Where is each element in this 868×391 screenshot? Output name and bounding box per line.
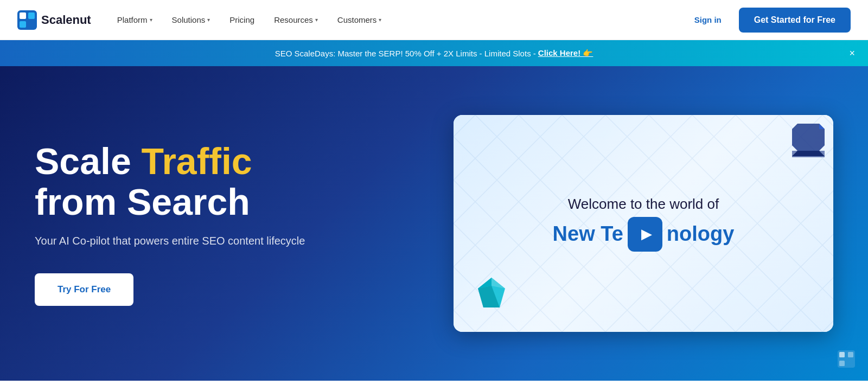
watermark-icon bbox=[838, 350, 855, 368]
banner-close-button[interactable]: × bbox=[849, 48, 855, 59]
video-welcome-text: Welcome to the world of bbox=[553, 196, 735, 213]
nav-item-solutions[interactable]: Solutions ▾ bbox=[163, 11, 219, 29]
svg-rect-3 bbox=[28, 12, 35, 19]
nav-item-resources[interactable]: Resources ▾ bbox=[265, 11, 327, 29]
try-for-free-button[interactable]: Try For Free bbox=[35, 273, 133, 306]
nav-item-pricing[interactable]: Pricing bbox=[221, 11, 263, 29]
banner-link[interactable]: Click Here! 👉 bbox=[538, 48, 593, 58]
hero-subtext: Your AI Co-pilot that powers entire SEO … bbox=[35, 235, 305, 247]
svg-rect-17 bbox=[848, 352, 853, 357]
tech-text-after: nology bbox=[667, 222, 735, 246]
logo-text: Scalenut bbox=[41, 13, 91, 27]
platform-chevron-icon: ▾ bbox=[150, 17, 152, 23]
nav-actions: Sign in Get Started for Free bbox=[686, 8, 851, 33]
hero-heading-line1: Scale bbox=[35, 140, 142, 182]
svg-marker-9 bbox=[792, 151, 825, 156]
resources-chevron-icon: ▾ bbox=[315, 17, 318, 23]
svg-rect-15 bbox=[839, 352, 845, 357]
nav-item-customers[interactable]: Customers ▾ bbox=[329, 11, 391, 29]
svg-rect-1 bbox=[20, 12, 26, 19]
decorative-gem bbox=[475, 278, 508, 310]
svg-marker-7 bbox=[819, 124, 825, 129]
video-content: Welcome to the world of New Te ▶ nology bbox=[553, 196, 735, 252]
nav-item-platform[interactable]: Platform ▾ bbox=[108, 11, 161, 29]
svg-rect-16 bbox=[839, 361, 845, 366]
tech-text-before: New Te bbox=[553, 222, 623, 246]
navbar: Scalenut Platform ▾ Solutions ▾ Pricing … bbox=[0, 0, 868, 40]
announcement-banner: SEO ScaleDays: Master the SERP! 50% Off … bbox=[0, 40, 868, 66]
play-icon: ▶ bbox=[641, 227, 651, 242]
hero-section: Scale Traffic from Search Your AI Co-pil… bbox=[0, 66, 868, 381]
hero-left: Scale Traffic from Search Your AI Co-pil… bbox=[35, 141, 305, 306]
logo-icon bbox=[17, 10, 37, 30]
hero-heading-line2: from Search bbox=[35, 181, 250, 222]
get-started-button[interactable]: Get Started for Free bbox=[739, 8, 851, 33]
watermark bbox=[838, 350, 855, 370]
play-button[interactable]: ▶ bbox=[628, 217, 662, 252]
customers-chevron-icon: ▾ bbox=[379, 17, 381, 23]
hero-heading-highlight: Traffic bbox=[142, 140, 252, 182]
sign-in-button[interactable]: Sign in bbox=[686, 11, 730, 29]
svg-rect-2 bbox=[20, 21, 26, 28]
hero-right: Welcome to the world of New Te ▶ nology bbox=[348, 115, 833, 332]
solutions-chevron-icon: ▾ bbox=[207, 17, 210, 23]
banner-text: SEO ScaleDays: Master the SERP! 50% Off … bbox=[275, 49, 536, 58]
video-tech-text: New Te ▶ nology bbox=[553, 217, 735, 252]
nav-links: Platform ▾ Solutions ▾ Pricing Resources… bbox=[108, 11, 686, 29]
decorative-3d-shape bbox=[792, 124, 825, 167]
hero-heading: Scale Traffic from Search bbox=[35, 141, 305, 222]
logo[interactable]: Scalenut bbox=[17, 10, 91, 30]
video-thumbnail[interactable]: Welcome to the world of New Te ▶ nology bbox=[454, 115, 833, 332]
